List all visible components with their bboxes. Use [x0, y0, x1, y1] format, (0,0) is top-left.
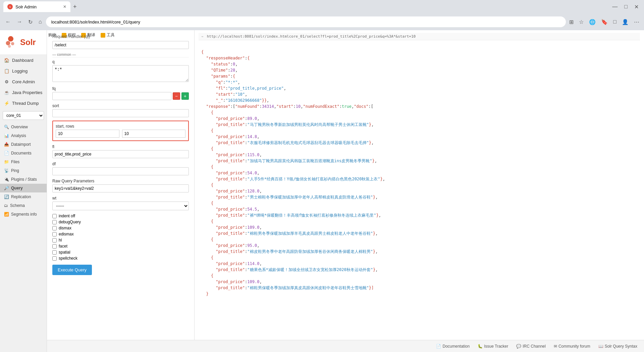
edge-button[interactable]: 🌐	[588, 17, 597, 27]
core-select-dropdown[interactable]: core_01	[3, 111, 44, 120]
issue-tracker-label: Issue Tracker	[484, 344, 508, 349]
hl-checkbox[interactable]	[52, 238, 57, 243]
start-rows-row	[56, 130, 185, 138]
forward-button[interactable]: →	[15, 17, 24, 26]
solr-query-syntax-link[interactable]: 📖 Solr Query Syntax	[598, 344, 637, 349]
sidebar-item-dashboard[interactable]: 🏠 Dashboard	[0, 55, 47, 65]
refresh-button[interactable]: ↻	[26, 17, 35, 27]
core-nav-item-analysis[interactable]: 📊 Analysis	[0, 131, 47, 140]
sidebar-item-thread-dump[interactable]: ⚡ Thread Dump	[0, 98, 47, 108]
back-button[interactable]: ←	[3, 17, 13, 26]
new-tab-button[interactable]: +	[73, 3, 77, 10]
core-nav-item-overview[interactable]: 🔍 Overview	[0, 123, 47, 131]
q-label: q	[52, 59, 189, 64]
core-nav-label: Segments info	[11, 212, 37, 217]
favorites-button[interactable]: 🔖	[600, 17, 609, 27]
svg-point-0	[8, 36, 13, 42]
rows-input[interactable]	[122, 130, 186, 138]
sort-input[interactable]	[52, 109, 189, 117]
indent-checkbox[interactable]	[52, 214, 57, 218]
svg-point-2	[11, 42, 14, 45]
fq-add-button[interactable]: +	[181, 92, 189, 100]
dismax-row: dismax	[52, 226, 189, 230]
collections-button[interactable]: □	[612, 17, 618, 27]
spatial-checkbox[interactable]	[52, 250, 57, 255]
sort-row: sort	[52, 103, 189, 117]
fq-remove-button[interactable]: −	[173, 92, 180, 100]
core-nav-label: Schema	[10, 203, 25, 208]
fq-input[interactable]	[52, 92, 171, 100]
more-button[interactable]: ⋯	[633, 17, 641, 27]
url-icon: ⇒	[201, 35, 203, 38]
irc-channel-link[interactable]: 💬 IRC Channel	[516, 344, 546, 349]
core-nav-item-documents[interactable]: 📄 Documents	[0, 149, 47, 158]
solr-logo-icon	[4, 36, 17, 49]
solr-query-syntax-label: Solr Query Syntax	[605, 344, 637, 349]
core-nav-label: Overview	[11, 125, 28, 129]
sort-label: sort	[52, 103, 189, 108]
dataimport-icon: 📥	[4, 142, 9, 147]
dismax-checkbox[interactable]	[52, 226, 57, 230]
debug-row: debugQuery	[52, 220, 189, 224]
start-input[interactable]	[56, 130, 119, 138]
maximize-button[interactable]: □	[622, 2, 630, 11]
documentation-link[interactable]: 📄 Documentation	[436, 344, 470, 349]
wt-select[interactable]: ------ json xml csv	[52, 202, 189, 210]
sidebar: Solr 🏠 Dashboard 📋 Logging ⚙ Core Admin …	[0, 30, 47, 352]
fl-input[interactable]	[52, 150, 189, 158]
svg-point-3	[8, 45, 11, 48]
address-bar[interactable]	[46, 16, 566, 27]
browser-tab[interactable]: S Solr Admin ✕	[3, 1, 70, 12]
documentation-icon: 📄	[436, 344, 441, 349]
community-forum-link[interactable]: ✉ Community forum	[554, 344, 590, 349]
core-nav-item-replication[interactable]: 🔄 Replication	[0, 192, 47, 201]
df-input[interactable]	[52, 167, 189, 175]
core-nav-item-plugins[interactable]: 🔌 Plugins / Stats	[0, 175, 47, 184]
thread-icon: ⚡	[4, 100, 9, 106]
q-input[interactable]: *:*	[52, 65, 189, 82]
spellcheck-checkbox[interactable]	[52, 256, 57, 261]
tab-close-button[interactable]: ✕	[63, 4, 66, 9]
edismax-checkbox[interactable]	[52, 232, 57, 236]
sidebar-item-core-admin[interactable]: ⚙ Core Admin	[0, 76, 47, 87]
raw-input[interactable]	[52, 184, 189, 192]
raw-label: Raw Query Parameters	[52, 179, 189, 183]
df-label: df	[52, 162, 189, 166]
edismax-row: edismax	[52, 232, 189, 236]
close-button[interactable]: ✕	[632, 2, 641, 11]
issue-tracker-link[interactable]: 🐛 Issue Tracker	[478, 344, 508, 349]
core-nav-item-query[interactable]: 🔎 Query	[0, 184, 47, 192]
handler-row: Request-Handler (qt)	[52, 34, 189, 39]
minimize-button[interactable]: —	[610, 2, 620, 11]
extension-button[interactable]: ⊞	[568, 17, 575, 27]
core-nav-item-schema[interactable]: 🗂 Schema	[0, 201, 47, 210]
debug-checkbox[interactable]	[52, 220, 57, 224]
core-nav-item-dataimport[interactable]: 📥 Dataimport	[0, 140, 47, 149]
sidebar-item-java-properties[interactable]: ☕ Java Properties	[0, 87, 47, 98]
facet-checkbox[interactable]	[52, 244, 57, 249]
execute-query-button[interactable]: Execute Query	[52, 265, 92, 275]
json-output: { "responseHeader":{ "status":0, "QTime"…	[199, 40, 640, 306]
facet-label: facet	[59, 244, 67, 249]
dashboard-icon: 🏠	[4, 57, 9, 63]
sidebar-nav: 🏠 Dashboard 📋 Logging ⚙ Core Admin ☕ Jav…	[0, 55, 47, 352]
handler-label: Request-Handler (qt)	[52, 34, 90, 39]
star-button[interactable]: ☆	[578, 17, 585, 27]
core-nav-item-segments[interactable]: 📶 Segments info	[0, 210, 47, 219]
profile-button[interactable]: 👤	[621, 17, 630, 27]
irc-channel-label: IRC Channel	[523, 344, 546, 349]
spatial-label: spatial	[59, 250, 70, 255]
spellcheck-row: spellcheck	[52, 256, 189, 261]
community-forum-icon: ✉	[554, 344, 557, 349]
ping-icon: 📡	[4, 168, 9, 173]
handler-input[interactable]	[52, 41, 189, 49]
sidebar-item-logging[interactable]: 📋 Logging	[0, 65, 47, 76]
dismax-label: dismax	[59, 226, 71, 230]
core-nav-item-ping[interactable]: 📡 Ping	[0, 166, 47, 175]
sidebar-item-label: Thread Dump	[12, 101, 39, 106]
common-section-title: — common —	[52, 52, 189, 57]
core-nav-item-files[interactable]: 📁 Files	[0, 158, 47, 166]
home-button[interactable]: ⌂	[37, 17, 44, 26]
start-rows-label: start, rows	[56, 124, 185, 129]
plugins-icon: 🔌	[4, 177, 9, 182]
